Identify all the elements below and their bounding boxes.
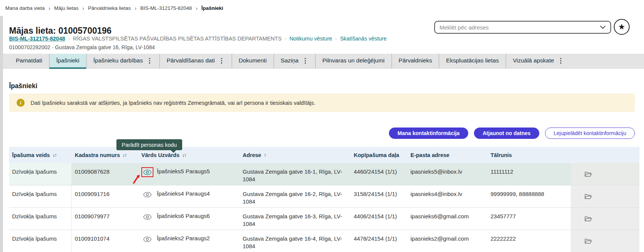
column-header-property-type[interactable]: Īpašuma veids↓↑ [9,147,72,163]
tab-dokumenti[interactable]: Dokumenti [232,54,274,69]
kebab-menu-icon[interactable]: ⋮ [146,57,153,65]
case-tabs: Pamatdati Īpašnieki Īpašnieku darbības⋮ … [3,54,644,69]
cell-actions [571,208,639,230]
tab-vizuala-apskate[interactable]: Vizuālā apskate⋮ [506,54,571,69]
sort-icon: ↓↑ [122,152,127,158]
organization-name: RĪGAS VALSTSPILSĒTAS PAŠVALDĪBAS PILSĒTA… [73,36,282,42]
show-person-code-button[interactable] [141,190,153,199]
breadcrumb-item[interactable]: Māju lietas [54,5,79,11]
cell-phone: 23457777 [488,208,571,230]
kebab-menu-icon[interactable]: ⋮ [557,57,564,65]
cell-phone: 22222222 [488,230,571,252]
tab-sazina[interactable]: Saziņa⋮ [274,54,315,69]
case-number-link[interactable]: BIS-ML-312175-82048 [9,36,65,42]
breadcrumb-separator: › [135,5,136,11]
cell-actions [571,185,639,207]
events-history-link[interactable]: Notikumu vēsture [289,36,332,42]
cell-share: 4460/24154 (1/1) [351,163,407,185]
cell-name: Īpašnieks4 Paraugs4 [138,185,240,207]
column-header-phone: Tālrunis [488,147,571,163]
breadcrumb-separator: › [196,5,198,11]
folder-icon [584,238,592,244]
open-case-folder-button[interactable] [584,238,592,244]
page-left-gutter [0,16,3,252]
favorite-star-button[interactable]: ★ [614,19,630,35]
kebab-menu-icon[interactable]: ⋮ [302,57,308,65]
kebab-menu-icon[interactable]: ⋮ [218,57,225,65]
info-icon: i [17,99,25,107]
owners-table-header: Īpašuma veids↓↑ Kadastra numurs↓↑ Vārds … [9,147,639,163]
show-person-code-button[interactable] [141,212,153,222]
tab-pilnvaras[interactable]: Pilnvaras un deleģējumi [315,54,392,69]
cell-cadastre: 01009101074 [72,230,138,252]
info-banner: i Dati īpašnieku sarakstā var atšķirties… [9,93,635,112]
open-case-folder-button[interactable] [584,193,592,200]
page-header: Mājas lieta: 01005700196 BIS-ML-312175-8… [3,16,644,54]
column-label: Kopīpašuma daļa [354,152,399,158]
folder-icon [584,171,592,177]
cell-property-type: Dzīvokļa īpašums [9,230,72,252]
sort-icon: ↓↑ [53,152,57,158]
cadastre-number: 01000702282002 [9,44,50,50]
cell-phone: 99999999, 88888888 [488,185,571,207]
table-row: Dzīvokļa īpašums 01009079977 Īpašnieks6 … [9,207,639,230]
cell-name: Īpašnieks2 Paraugs2 [138,230,240,252]
show-person-code-button[interactable] [141,234,153,244]
breadcrumb-separator: › [82,5,84,11]
cell-email: ipasnieks5@inbox.lv [407,163,488,185]
tab-label: Vizuālā apskate [513,57,554,64]
cell-actions [571,230,639,252]
cell-address: Gustava Zemgala gatve 16-1, Rīga, LV-108… [240,163,351,185]
cell-name: Īpašnieks6 Paraugs6 [138,208,240,230]
column-label: Kadastra numurs [75,152,120,158]
column-header-address[interactable]: Adrese↑ [240,147,351,163]
column-header-share: Kopīpašuma daļa [351,147,407,163]
cell-cadastre: 01009087628 [72,163,138,185]
open-case-folder-button[interactable] [584,216,592,222]
cell-address: Gustava Zemgala gatve 16-4, Rīga, LV-108… [240,230,351,252]
owner-name: Īpašnieks2 Paraugs2 [157,234,210,242]
meta-dot: · [52,44,54,50]
case-meta-line: BIS-ML-312175-82048 · RĪGAS VALSTSPILSĒT… [9,36,387,42]
download-contact-info-button[interactable]: Lejupielādēt kontaktinformāciju [545,128,635,139]
cell-share: 3158/24154 (1/1) [351,185,407,207]
cell-actions [571,163,639,185]
table-actions: Mana kontaktinformācija Atjaunot no datn… [389,128,635,139]
column-label: E-pasta adrese [410,152,449,158]
breadcrumb-item[interactable]: BIS-ML-312175-82048 [140,5,192,11]
show-person-code-button[interactable] [141,167,153,177]
update-from-file-button[interactable]: Atjaunot no datnes [474,128,539,139]
breadcrumb-item[interactable]: Pārvaldnieka lietas [88,5,131,11]
tab-label: Ekspluatācijas lietas [446,57,499,64]
tab-ekspluatacijas-lietas[interactable]: Ekspluatācijas lietas [439,54,506,69]
column-label: Tālrunis [491,152,512,158]
star-icon: ★ [618,22,625,31]
address-search-select[interactable]: Meklēt pēc adreses [434,21,611,34]
view-history-link[interactable]: Skatīšanās vēsture [340,36,387,42]
cell-email: ipasnieks2@gmail.com [407,230,488,252]
eye-icon [143,236,152,242]
tab-parvaldnieks[interactable]: Pārvaldnieks [392,54,439,69]
tab-parvaldisanas-dati[interactable]: Pārvaldīšanas dati⋮ [159,54,232,69]
tab-label: Pārvaldnieks [399,57,432,64]
owner-name: Īpašnieks5 Paraugs5 [157,167,210,175]
tooltip-show-person-code: Parādīt personas kodu [116,139,182,150]
meta-dot: · [285,36,286,42]
meta-dot: · [335,36,337,42]
open-case-folder-button[interactable] [584,171,592,177]
column-label: Īpašuma veids [12,152,50,158]
search-placeholder: Meklēt pēc adreses [440,24,489,31]
cell-email: ipasnieks4@inbox.lv [407,185,488,207]
eye-icon [143,192,152,198]
sort-icon: ↑ [264,152,266,158]
column-header-actions [571,147,639,163]
my-contact-info-button[interactable]: Mana kontaktinformācija [389,128,468,139]
tab-ipasnieki[interactable]: Īpašnieki [49,54,86,69]
column-header-email: E-pasta adrese [407,147,488,163]
tab-pamatdati[interactable]: Pamatdati [9,54,49,69]
tab-label: Pamatdati [16,57,42,64]
meta-dot: · [68,36,70,42]
breadcrumb-item[interactable]: Mana darba vieta [5,5,45,11]
tab-label: Saziņa [281,57,299,64]
tab-ipasnieku-darbibas[interactable]: Īpašnieku darbības⋮ [86,54,159,69]
